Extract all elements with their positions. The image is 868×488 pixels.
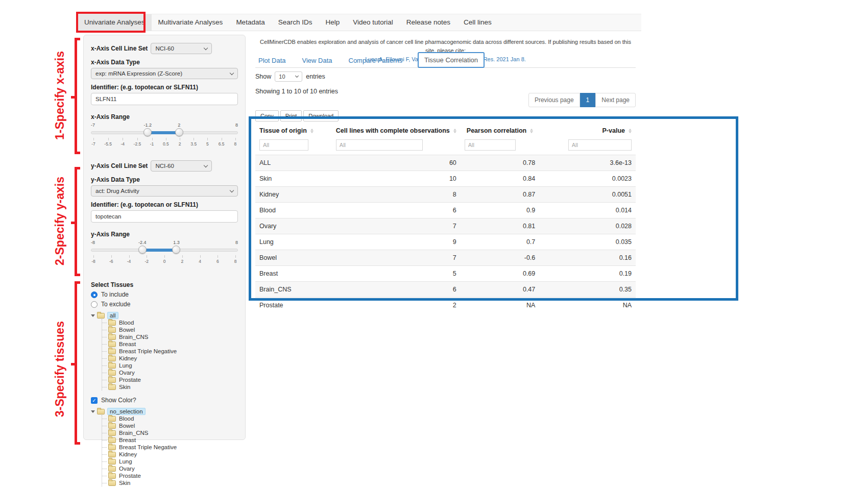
y-range-selected-bar	[142, 249, 177, 252]
next-page-button[interactable]: Next page	[595, 93, 636, 107]
nav-tab-multivariate-analyses[interactable]: Multivariate Analyses	[152, 14, 230, 31]
tree-root-all[interactable]: all	[91, 312, 238, 319]
radio-selected-icon[interactable]	[91, 291, 98, 298]
sort-icon[interactable]	[629, 129, 632, 133]
tree-node-prostate[interactable]: Prostate	[102, 472, 238, 479]
tree-node-ovary[interactable]: Ovary	[102, 465, 238, 472]
print-button[interactable]: Print	[280, 110, 302, 121]
tree-node-brain-cns[interactable]: Brain_CNS	[102, 429, 238, 436]
x-cell-line-set-select[interactable]: NCI-60	[151, 43, 212, 54]
table-row[interactable]: Skin100.840.0023	[255, 171, 636, 187]
table-cell: 5	[332, 266, 461, 282]
y-range-from-handle[interactable]	[138, 246, 147, 254]
tree-node-blood[interactable]: Blood	[102, 319, 238, 326]
entries-count-select[interactable]: 10	[275, 71, 302, 82]
y-identifier-label: Identifier: (e.g. topotecan or SLFN11)	[91, 201, 238, 208]
previous-page-button[interactable]: Previous page	[528, 93, 580, 107]
tree-node-label: Breast Triple Negative	[117, 348, 179, 354]
table-row[interactable]: Bowel7-0.60.16	[255, 250, 636, 266]
tab-tissue-correlation[interactable]: Tissue Correlation	[418, 52, 485, 68]
x-data-type-select[interactable]: exp: mRNA Expression (Z-Score)	[91, 68, 238, 79]
tab-plot-data[interactable]: Plot Data	[257, 54, 286, 67]
show-color-checkbox-row[interactable]: ✓ Show Color?	[91, 397, 238, 404]
sort-icon[interactable]	[310, 129, 314, 133]
y-range-tick: 2	[180, 255, 185, 264]
tree-node-breast-triple-negative[interactable]: Breast Triple Negative	[102, 348, 238, 355]
copy-button[interactable]: Copy	[255, 110, 279, 121]
x-range-from-handle[interactable]	[143, 128, 152, 136]
tree-node-label: Breast	[117, 341, 138, 347]
tissue-color-tree: no_selectionBloodBowelBrain_CNSBreastBre…	[91, 408, 238, 486]
export-buttons: CopyPrintDownload	[255, 110, 339, 121]
tree-node-kidney[interactable]: Kidney	[102, 355, 238, 362]
nav-tab-univariate-analyses[interactable]: Univariate Analyses	[78, 14, 152, 31]
y-range-tick: 0	[162, 255, 167, 264]
filter-input-p-value[interactable]	[568, 139, 632, 151]
radio-to-include[interactable]: To include	[91, 291, 238, 298]
table-row[interactable]: Kidney80.870.0051	[255, 187, 636, 203]
tab-compare-patterns[interactable]: Compare Patterns	[348, 54, 404, 67]
y-range-to-handle[interactable]	[172, 246, 180, 254]
tree-node-breast-triple-negative[interactable]: Breast Triple Negative	[102, 444, 238, 451]
filter-input-pearson-correlation[interactable]	[465, 139, 516, 151]
folder-icon	[108, 356, 116, 361]
y-identifier-input[interactable]	[91, 210, 238, 223]
table-cell: Kidney	[255, 187, 332, 203]
tree-node-skin[interactable]: Skin	[102, 383, 238, 391]
tree-node-prostate[interactable]: Prostate	[102, 376, 238, 383]
table-row[interactable]: Lung90.70.035	[255, 234, 636, 250]
caret-down-icon[interactable]	[91, 410, 95, 413]
table-row[interactable]: Breast50.690.19	[255, 266, 636, 282]
page-number-button[interactable]: 1	[580, 93, 596, 107]
x-identifier-input[interactable]	[91, 93, 238, 105]
column-header-cell-lines-with-complete-observations[interactable]: Cell lines with complete observations	[332, 123, 461, 138]
bracket-step1	[75, 38, 80, 154]
tree-node-skin[interactable]: Skin	[102, 479, 238, 486]
tree-node-bowel[interactable]: Bowel	[102, 326, 238, 333]
tab-view-data[interactable]: View Data	[301, 54, 333, 67]
column-header-pearson-correlation[interactable]: Pearson correlation	[461, 123, 540, 138]
caret-down-icon[interactable]	[91, 314, 95, 317]
table-row[interactable]: Blood60.90.014	[255, 203, 636, 218]
checkbox-checked-icon[interactable]: ✓	[91, 397, 98, 404]
table-cell: Ovary	[255, 218, 332, 234]
x-identifier-label: Identifier: (e.g. topotecan or SLFN11)	[91, 84, 238, 91]
tree-node-brain-cns[interactable]: Brain_CNS	[102, 333, 238, 340]
y-range-tick: -2	[144, 255, 149, 264]
filter-input-cell-lines-with-complete-observations[interactable]	[336, 139, 423, 151]
y-data-type-select[interactable]: act: Drug Activity	[91, 185, 238, 197]
tree-node-blood[interactable]: Blood	[102, 415, 238, 422]
tree-root-no-selection[interactable]: no_selection	[91, 408, 238, 415]
x-range-from-label: -1.2	[144, 123, 152, 128]
x-cell-line-set-label: x-Axis Cell Line Set	[91, 45, 148, 52]
y-cell-line-set-select[interactable]: NCI-60	[151, 160, 212, 172]
table-row[interactable]: ALL600.783.6e-13	[255, 155, 636, 171]
x-range-to-handle[interactable]	[175, 128, 183, 136]
tree-node-kidney[interactable]: Kidney	[102, 451, 238, 458]
sort-icon[interactable]	[530, 129, 533, 133]
tree-node-lung[interactable]: Lung	[102, 458, 238, 465]
folder-icon	[108, 384, 116, 390]
download-button[interactable]: Download	[303, 110, 339, 121]
sort-icon[interactable]	[453, 129, 456, 133]
table-row[interactable]: Brain_CNS60.470.35	[255, 282, 636, 298]
table-cell: 0.035	[539, 234, 636, 250]
table-row[interactable]: Ovary70.810.028	[255, 218, 636, 234]
column-header-tissue-of-origin[interactable]: Tissue of origin	[255, 123, 332, 138]
tree-node-breast[interactable]: Breast	[102, 436, 238, 444]
column-header-p-value[interactable]: P-value	[539, 123, 636, 138]
filter-input-tissue-of-origin[interactable]	[259, 139, 308, 151]
tree-node-bowel[interactable]: Bowel	[102, 422, 238, 429]
tree-node-breast[interactable]: Breast	[102, 340, 238, 348]
tree-node-lung[interactable]: Lung	[102, 362, 238, 369]
radio-unselected-icon[interactable]	[91, 301, 98, 308]
x-range-tick: -4	[120, 138, 125, 147]
tree-node-ovary[interactable]: Ovary	[102, 369, 238, 376]
y-range-tick: -6	[109, 255, 114, 264]
radio-label: To include	[101, 291, 129, 298]
radio-to-exclude[interactable]: To exclude	[91, 301, 238, 308]
x-range-slider[interactable]: -78-1.22-7-5.5-4-2.5-10.523.556.58	[91, 123, 238, 149]
table-row[interactable]: Prostate2NANA	[255, 298, 636, 313]
x-range-tick: 2	[177, 138, 182, 147]
y-range-slider[interactable]: -88-2.41.3-8-6-4-202468	[91, 240, 238, 266]
